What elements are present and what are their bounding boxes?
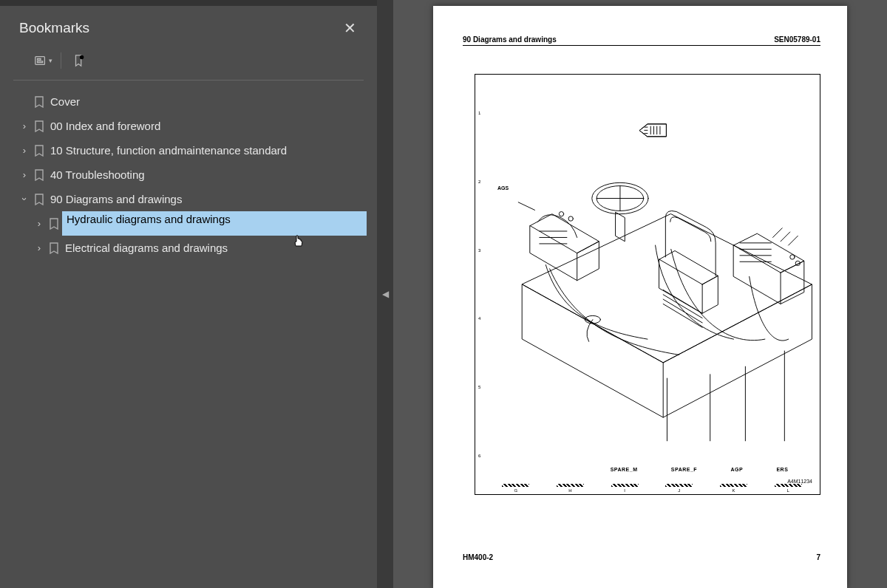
page-footer-left: HM400-2 — [463, 553, 493, 561]
panel-title: Bookmarks — [19, 20, 89, 36]
close-icon[interactable]: ✕ — [338, 16, 362, 40]
bookmark-label: Cover — [47, 95, 80, 108]
callout-row: SPARE_M SPARE_F AGP ERS — [594, 467, 805, 472]
callout-ags: AGS — [497, 185, 509, 191]
collapse-icon[interactable]: ◀ — [382, 289, 389, 299]
bookmark-item-structure[interactable]: › 10 Structure, function andmaintenance … — [0, 138, 377, 163]
panel-splitter[interactable]: ◀ — [377, 0, 393, 588]
callout-label: AGP — [730, 467, 743, 472]
svg-rect-0 — [35, 57, 44, 65]
bookmark-label: 00 Index and foreword — [47, 120, 160, 132]
drawing-id: A4M11234 — [787, 479, 812, 484]
bookmark-item-cover[interactable]: › Cover — [0, 89, 377, 114]
page-header-right: SEN05789-01 — [774, 35, 820, 44]
bookmarks-tree: › Cover › 00 Index and foreword › 10 Str… — [0, 86, 377, 588]
bookmark-icon — [31, 96, 47, 108]
bookmark-item-index[interactable]: › 00 Index and foreword — [0, 114, 377, 138]
bookmark-item-electrical[interactable]: › Electrical diagrams and drawings — [0, 236, 377, 260]
bookmark-icon — [31, 194, 47, 205]
bookmark-icon — [31, 145, 47, 157]
chevron-right-icon[interactable]: › — [33, 218, 46, 229]
options-icon[interactable]: ▾ — [33, 52, 53, 69]
chevron-down-icon[interactable]: › — [19, 193, 30, 206]
bookmark-icon — [46, 218, 62, 230]
svg-rect-1 — [37, 58, 41, 60]
page-header-left: 90 Diagrams and drawings — [463, 35, 557, 44]
document-viewport[interactable]: 90 Diagrams and drawings SEN05789-01 1 2… — [393, 0, 887, 588]
bookmarks-panel: Bookmarks ✕ ▾ › Cover › 00 Index and for… — [0, 0, 377, 588]
svg-point-5 — [568, 216, 573, 221]
pdf-page: 90 Diagrams and drawings SEN05789-01 1 2… — [433, 6, 847, 588]
chevron-right-icon[interactable]: › — [33, 242, 46, 253]
find-bookmark-icon[interactable] — [69, 52, 89, 69]
chevron-right-icon[interactable]: › — [18, 169, 31, 180]
bookmark-item-hydraulic[interactable]: › Hydraulic diagrams and drawings — [0, 211, 377, 236]
bookmark-label: Electrical diagrams and drawings — [62, 242, 228, 254]
callout-label: SPARE_F — [671, 467, 697, 472]
bookmark-icon — [46, 242, 62, 254]
bookmark-item-diagrams[interactable]: › 90 Diagrams and drawings — [0, 187, 377, 211]
svg-point-4 — [559, 212, 563, 216]
callout-label: ERS — [776, 467, 788, 472]
ruler-horizontal: G H I J K L — [489, 485, 815, 491]
bookmark-label: 90 Diagrams and drawings — [47, 193, 182, 205]
callout-label: SPARE_M — [611, 467, 638, 472]
chevron-right-icon[interactable]: › — [18, 145, 31, 156]
drawing-frame: 1 2 3 4 5 6 — [475, 74, 820, 495]
bookmark-label: 10 Structure, function andmaintenance st… — [47, 144, 287, 157]
bookmarks-toolbar: ▾ — [13, 47, 364, 81]
svg-rect-2 — [37, 61, 42, 63]
hydraulic-diagram-illustration — [475, 75, 820, 494]
bookmark-label: Hydraulic diagrams and drawings — [62, 211, 367, 236]
chevron-right-icon[interactable]: › — [18, 120, 31, 131]
svg-point-3 — [80, 55, 84, 59]
page-number: 7 — [816, 553, 820, 561]
svg-point-8 — [790, 255, 795, 259]
bookmark-icon — [31, 169, 47, 181]
bookmark-icon — [31, 120, 47, 132]
bookmark-item-troubleshooting[interactable]: › 40 Troubleshooting — [0, 163, 377, 187]
bookmark-label: 40 Troubleshooting — [47, 168, 145, 181]
